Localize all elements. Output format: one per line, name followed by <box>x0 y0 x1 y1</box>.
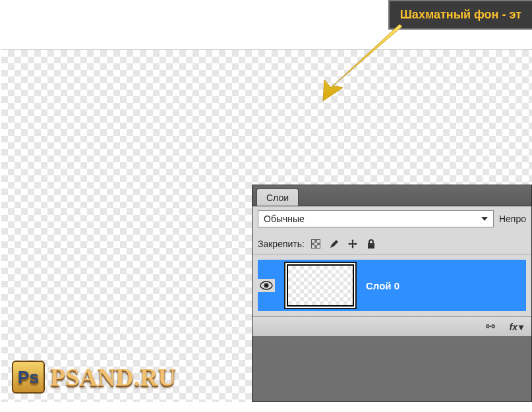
layers-list: Слой 0 <box>252 254 531 316</box>
layer-thumbnail[interactable] <box>284 262 357 309</box>
blend-mode-value: Обычные <box>264 214 305 224</box>
blend-mode-select[interactable]: Обычные <box>258 210 494 227</box>
tab-layers[interactable]: Слои <box>256 189 299 206</box>
lock-transparency-icon[interactable] <box>310 238 322 250</box>
lock-icons <box>310 238 377 250</box>
fx-button[interactable]: fx▾ <box>510 322 523 332</box>
lock-move-icon[interactable] <box>347 238 359 250</box>
blend-row: Обычные Непро <box>252 206 531 233</box>
lock-row: Закрепить: <box>252 233 531 254</box>
annotation-tooltip: Шахматный фон - эт <box>388 0 532 30</box>
ps-badge-icon: Ps <box>12 361 45 394</box>
svg-point-1 <box>264 283 269 288</box>
lock-label: Закрепить: <box>258 239 305 249</box>
thumbnail-checker <box>287 265 353 306</box>
visibility-eye-icon[interactable] <box>258 279 275 292</box>
watermark-text: PSAND.RU <box>50 363 176 392</box>
layers-panel: Слои Обычные Непро Закрепить: <box>252 185 532 402</box>
panel-footer: fx▾ <box>252 316 531 336</box>
link-icon[interactable] <box>483 322 498 332</box>
tab-label: Слои <box>266 192 289 203</box>
lock-all-icon[interactable] <box>365 238 377 250</box>
layer-name[interactable]: Слой 0 <box>366 280 399 291</box>
lock-brush-icon[interactable] <box>328 238 340 250</box>
opacity-label: Непро <box>499 214 526 224</box>
tooltip-text: Шахматный фон - эт <box>400 8 521 21</box>
fx-label: fx <box>510 322 517 332</box>
layer-row[interactable]: Слой 0 <box>258 260 526 311</box>
watermark: Ps PSAND.RU <box>12 361 176 394</box>
chevron-down-icon <box>481 217 488 221</box>
panel-tabbar: Слои <box>252 185 531 206</box>
